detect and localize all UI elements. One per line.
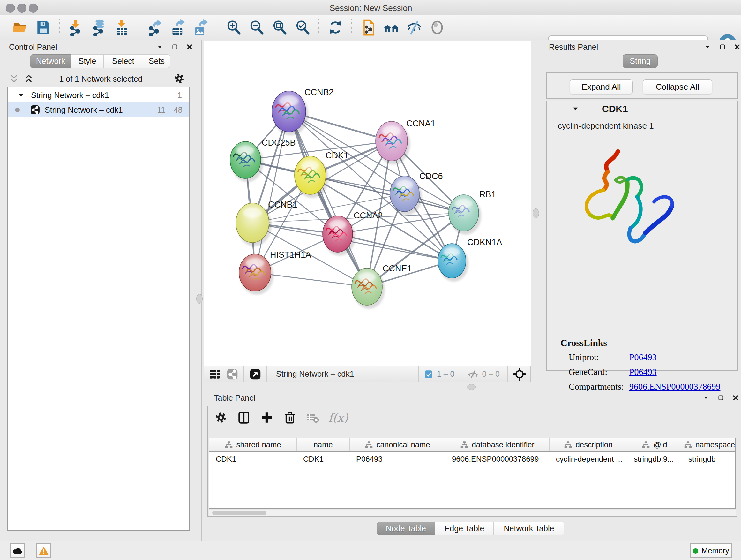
delete-column-icon[interactable] xyxy=(282,410,297,425)
hidden-eye-icon[interactable] xyxy=(467,368,479,380)
control-panel-menu-icon[interactable] xyxy=(156,43,164,51)
crosslink-value-link[interactable]: P06493 xyxy=(629,352,657,367)
results-panel-close-icon[interactable] xyxy=(734,44,741,51)
network-node-CDK1[interactable] xyxy=(294,156,328,198)
export-table-icon[interactable] xyxy=(170,19,186,36)
column-header--id[interactable]: @id xyxy=(627,438,682,451)
table-cell[interactable]: cyclin-dependent ... xyxy=(549,452,627,466)
tab-edge-table[interactable]: Edge Table xyxy=(435,522,494,536)
network-row-selected[interactable]: String Network – cdk1 11 48 xyxy=(8,103,189,117)
table-cell[interactable]: stringdb xyxy=(682,452,736,466)
hide-selected-icon[interactable] xyxy=(406,19,422,36)
import-network-from-file-icon[interactable] xyxy=(68,19,84,36)
table-cell[interactable]: CDK1 xyxy=(209,452,297,466)
network-node-CCNB2[interactable] xyxy=(272,91,308,135)
column-header-database-identifier[interactable]: database identifier xyxy=(446,438,549,451)
export-network-icon[interactable] xyxy=(146,19,163,36)
results-panel-menu-icon[interactable] xyxy=(704,43,711,51)
collapse-all-button[interactable]: Collapse All xyxy=(643,79,712,94)
column-header-shared-name[interactable]: shared name xyxy=(209,438,297,451)
tab-sets[interactable]: Sets xyxy=(143,54,171,68)
table-row[interactable]: CDK1CDK1P064939606.ENSP00000378699cyclin… xyxy=(209,452,735,466)
control-panel-close-icon[interactable] xyxy=(186,44,193,51)
table-cell[interactable]: 9606.ENSP00000378699 xyxy=(446,452,549,466)
network-node-RB1[interactable] xyxy=(449,195,481,235)
toolbar-items xyxy=(9,15,449,40)
table-cell[interactable]: CDK1 xyxy=(297,452,350,466)
first-neighbors-icon[interactable] xyxy=(383,19,400,36)
add-column-icon[interactable] xyxy=(259,410,274,425)
column-header-label: shared name xyxy=(236,440,281,449)
network-collection-row[interactable]: String Network – cdk1 1 xyxy=(8,88,189,103)
tab-node-table[interactable]: Node Table xyxy=(377,522,435,536)
bottom-splitter-handle[interactable] xyxy=(467,384,476,390)
warnings-button[interactable] xyxy=(37,543,51,558)
selected-checkbox-icon[interactable] xyxy=(423,369,434,379)
tab-style[interactable]: Style xyxy=(71,54,104,68)
column-header-description[interactable]: description xyxy=(549,438,627,451)
collection-count: 1 xyxy=(178,91,182,100)
network-node-CDKN1A[interactable] xyxy=(438,244,468,282)
zoom-selected-icon[interactable] xyxy=(294,19,311,36)
network-node-CCNE1[interactable] xyxy=(352,268,385,309)
control-panel-float-icon[interactable] xyxy=(172,44,179,51)
gene-section-header[interactable]: CDK1 xyxy=(547,101,737,117)
table-options-gear-icon[interactable] xyxy=(213,410,228,425)
column-header-namespace[interactable]: namespace xyxy=(682,438,736,451)
import-table-from-file-icon[interactable] xyxy=(114,19,130,36)
right-splitter-handle[interactable] xyxy=(533,208,539,218)
control-panel-tabs: NetworkStyleSelectSets xyxy=(30,54,171,68)
column-header-name[interactable]: name xyxy=(297,438,350,451)
new-network-from-selection-icon[interactable] xyxy=(360,19,377,36)
zoom-in-icon[interactable] xyxy=(225,19,242,36)
tab-network[interactable]: Network xyxy=(30,54,71,68)
network-node-count: 11 xyxy=(157,105,165,115)
tab-select[interactable]: Select xyxy=(104,54,143,68)
network-canvas[interactable]: CCNB2CCNA1CDC25BCDK1CDC6RB1CCNB1CCNA2CDK… xyxy=(204,41,531,366)
collection-expander-icon[interactable] xyxy=(17,91,25,99)
cloud-status-button[interactable] xyxy=(10,543,24,558)
zoom-fit-icon[interactable] xyxy=(271,19,288,36)
gene-expander-icon[interactable] xyxy=(571,105,580,113)
column-header-canonical-name[interactable]: canonical name xyxy=(350,438,446,451)
show-grid-icon[interactable] xyxy=(208,368,221,381)
table-panel-close-icon[interactable] xyxy=(732,394,739,401)
birdseye-crosshair-icon[interactable] xyxy=(513,367,527,381)
table-cell[interactable]: stringdb:9... xyxy=(627,452,682,466)
expand-all-button[interactable]: Expand All xyxy=(569,79,633,94)
network-node-CDC25B[interactable] xyxy=(230,141,263,182)
node-table: shared namenamecanonical namedatabase id… xyxy=(209,438,736,509)
show-columns-icon[interactable] xyxy=(237,410,251,425)
export-image-icon[interactable] xyxy=(192,19,209,36)
network-node-CCNB1[interactable] xyxy=(236,203,272,246)
table-panel: Table Panel f(x) shared namenamecanonica… xyxy=(204,391,741,541)
network-node-CDC6[interactable] xyxy=(390,176,422,215)
show-all-icon[interactable] xyxy=(429,19,446,36)
network-view-title: String Network – cdk1 xyxy=(276,369,354,379)
network-list-options-gear-icon[interactable] xyxy=(173,72,186,85)
tab-string[interactable]: String xyxy=(623,54,658,68)
table-horizontal-scrollbar[interactable] xyxy=(209,510,736,516)
refresh-view-icon[interactable] xyxy=(327,19,344,36)
open-session-icon[interactable] xyxy=(12,19,28,36)
memory-button[interactable]: Memory xyxy=(690,543,732,558)
network-type-share-icon[interactable] xyxy=(226,368,239,381)
table-panel-menu-icon[interactable] xyxy=(702,394,710,401)
detach-view-icon[interactable] xyxy=(249,368,262,381)
node-label-CCNA2: CCNA2 xyxy=(354,211,383,220)
node-label-CCNB1: CCNB1 xyxy=(268,200,297,209)
tab-network-table[interactable]: Network Table xyxy=(494,522,564,536)
scrollbar-thumb[interactable] xyxy=(212,510,266,515)
left-splitter-handle[interactable] xyxy=(196,294,203,304)
network-node-CCNA1[interactable] xyxy=(376,121,410,165)
import-network-from-database-icon[interactable] xyxy=(91,19,107,36)
crosslink-value-link[interactable]: P06493 xyxy=(629,367,657,381)
network-node-CCNA2[interactable] xyxy=(323,216,355,256)
network-node-HIST1H1A[interactable] xyxy=(239,254,273,295)
table-panel-float-icon[interactable] xyxy=(718,394,724,401)
results-panel-float-icon[interactable] xyxy=(719,44,726,51)
node-label-CCNE1: CCNE1 xyxy=(383,264,412,273)
save-session-icon[interactable] xyxy=(35,19,51,36)
table-cell[interactable]: P06493 xyxy=(350,452,446,466)
zoom-out-icon[interactable] xyxy=(248,19,265,36)
